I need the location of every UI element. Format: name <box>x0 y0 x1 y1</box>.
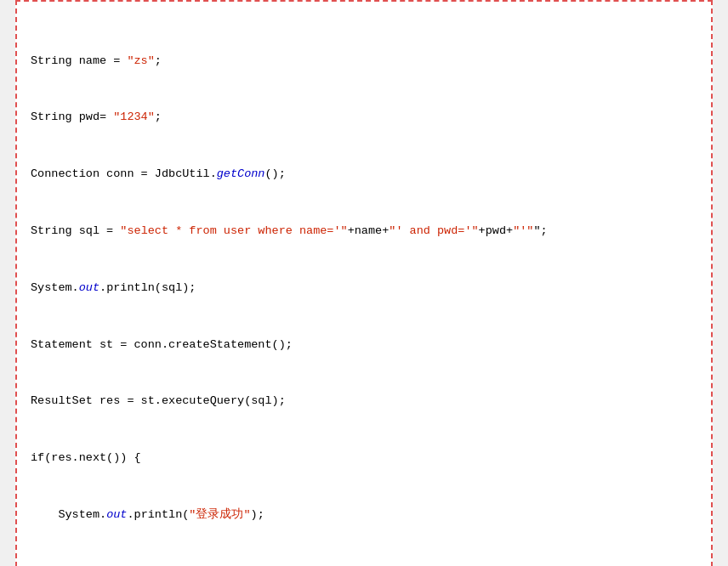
code-line: Statement st = conn.createStatement(); <box>31 336 697 354</box>
code-line: String name = "zs"; <box>31 52 697 71</box>
code-line: String sql = "select * from user where n… <box>31 222 697 241</box>
code-line: String pwd= "1234"; <box>31 108 697 127</box>
code-block-1: String name = "zs"; String pwd= "1234"; … <box>31 14 697 566</box>
code-line: ResultSet res = st.executeQuery(sql); <box>31 392 697 410</box>
code-line: System.out.println(sql); <box>31 279 697 297</box>
main-container: String name = "zs"; String pwd= "1234"; … <box>15 0 713 566</box>
code-line: if(res.next()) { <box>31 449 697 467</box>
code-line: }else { <box>31 563 697 566</box>
code-line: System.out.println("登录成功"); <box>31 506 697 524</box>
code-line: Connection conn = JdbcUtil.getConn(); <box>31 165 697 184</box>
